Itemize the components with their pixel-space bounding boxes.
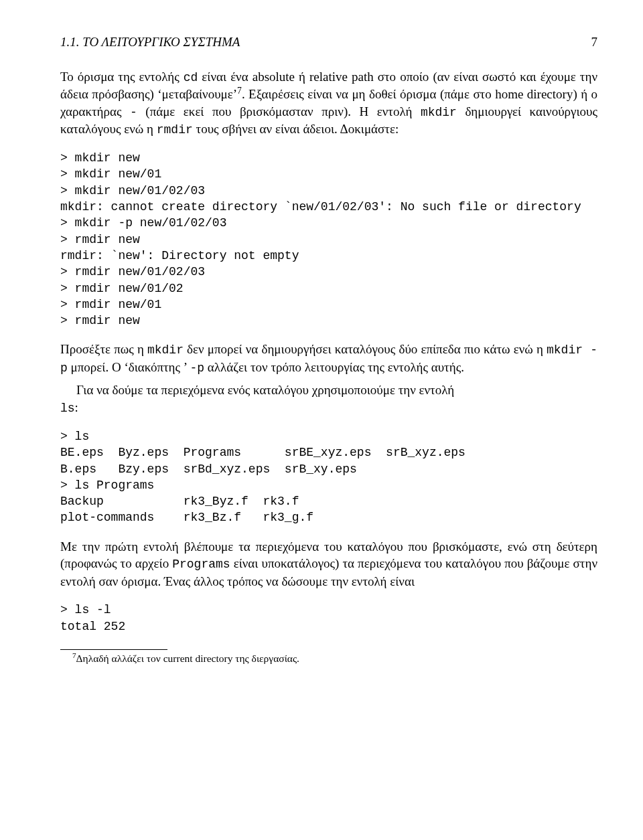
inline-code: rmdir bbox=[157, 123, 193, 137]
inline-code: ls bbox=[60, 402, 75, 415]
paragraph-3b: ls: bbox=[60, 399, 597, 416]
section-number: 1.1. bbox=[60, 35, 80, 49]
footnote-separator bbox=[60, 649, 167, 650]
inline-code: - bbox=[130, 106, 137, 119]
section-heading: 1.1. ΤΟ ΛΕΙΤΟΥΡΓΙΚΟ ΣΥΣΤΗΜΑ bbox=[60, 33, 240, 51]
footnote-ref: 7 bbox=[237, 86, 242, 96]
inline-code: -p bbox=[190, 361, 205, 375]
code-block-1: > mkdir new > mkdir new/01 > mkdir new/0… bbox=[60, 150, 597, 329]
page-header: 1.1. ΤΟ ΛΕΙΤΟΥΡΓΙΚΟ ΣΥΣΤΗΜΑ 7 bbox=[60, 33, 597, 51]
page-number: 7 bbox=[591, 33, 598, 51]
section-title: ΤΟ ΛΕΙΤΟΥΡΓΙΚΟ ΣΥΣΤΗΜΑ bbox=[82, 35, 240, 49]
inline-code: Programs bbox=[172, 558, 230, 571]
paragraph-4: Με την πρώτη εντολή βλέπουμε τα περιεχόμ… bbox=[60, 538, 597, 590]
inline-code: cd bbox=[184, 71, 198, 84]
code-block-2: > ls BE.eps Byz.eps Programs srBE_xyz.ep… bbox=[60, 428, 597, 526]
paragraph-1: Το όρισμα της εντολής cd είναι ένα absol… bbox=[60, 68, 597, 139]
inline-code: mkdir bbox=[421, 106, 457, 119]
footnote: 7Δηλαδή αλλάζει τον current directory τη… bbox=[60, 652, 597, 666]
code-block-3: > ls -l total 252 bbox=[60, 602, 597, 635]
paragraph-3: Για να δούμε τα περιεχόμενα ενός καταλόγ… bbox=[60, 382, 597, 399]
inline-code: mkdir bbox=[147, 343, 184, 357]
paragraph-2: Προσέξτε πως η mkdir δεν μπορεί να δημιο… bbox=[60, 341, 597, 376]
